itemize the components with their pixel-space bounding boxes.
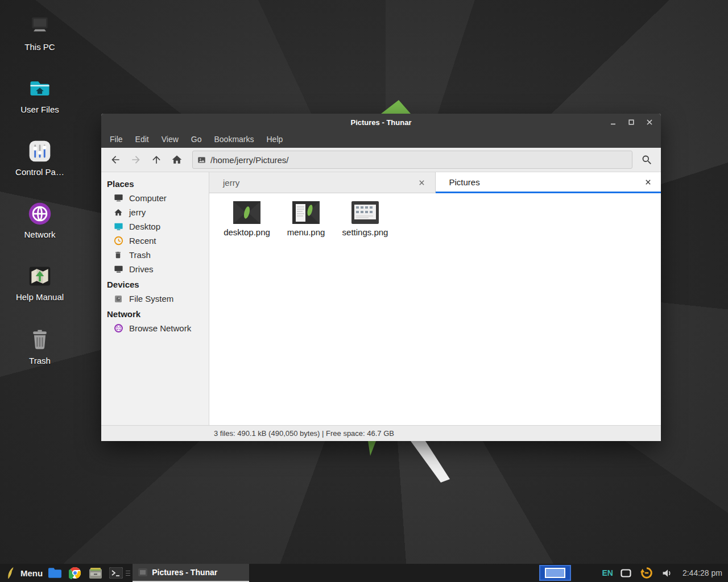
desktop-icon-label: Trash (29, 356, 51, 365)
desktop-icon-user-files[interactable]: User Files (6, 76, 74, 133)
terminal-icon[interactable] (109, 566, 123, 580)
status-text: 3 files: 490.1 kB (490,050 bytes) | Free… (214, 429, 394, 438)
menu-feather-icon[interactable] (3, 566, 18, 580)
sidebar-item-recent[interactable]: Recent (101, 234, 209, 248)
thunar-task-icon (138, 568, 147, 576)
menu-bookmarks[interactable]: Bookmarks (208, 132, 260, 146)
file-menu-png[interactable]: menu.png (279, 201, 333, 237)
menu-bar: File Edit View Go Bookmarks Help (101, 131, 661, 148)
path-text: /home/jerry/Pictures/ (210, 155, 289, 165)
sidebar-item-label: Trash (129, 250, 151, 260)
tab-label: jerry (223, 178, 417, 188)
menu-button[interactable]: Menu (20, 568, 43, 578)
desktop-icon-label: Network (24, 230, 55, 239)
tab-label: Pictures (449, 177, 643, 187)
archive-drawer-icon[interactable] (88, 566, 103, 580)
desktop-icon (114, 222, 123, 231)
sidebar-item-trash[interactable]: Trash (101, 248, 209, 262)
home-folder-icon (27, 76, 52, 101)
desktop-icon-help-manual[interactable]: Help Manual (6, 264, 74, 321)
maximize-button[interactable] (624, 115, 638, 129)
desktop: This PC User Files Control Pa… Network H… (0, 0, 728, 582)
tab-jerry[interactable]: jerry (209, 172, 436, 193)
screen-display-tray-icon[interactable] (619, 566, 634, 580)
taskbar: Menu Pictures - Thunar EN (0, 564, 728, 582)
home-icon (114, 207, 123, 217)
tab-bar: jerry Pictures (209, 172, 661, 193)
desktop-icon-this-pc[interactable]: This PC (6, 14, 74, 70)
menu-view[interactable]: View (155, 132, 185, 146)
menu-help[interactable]: Help (260, 132, 289, 146)
sidebar-header-devices: Devices (101, 276, 209, 292)
drives-icon (114, 264, 123, 274)
menu-go[interactable]: Go (185, 132, 208, 146)
minimize-button[interactable] (606, 115, 620, 129)
desktop-icon-label: User Files (20, 105, 59, 114)
back-button[interactable] (106, 151, 125, 169)
image-thumbnail (292, 201, 320, 224)
update-manager-icon[interactable] (639, 566, 654, 580)
tab-close-icon[interactable] (417, 177, 427, 188)
image-thumbnail (351, 201, 379, 224)
thunar-window: Pictures - Thunar File Edit View Go Book… (101, 114, 661, 441)
desktop-icon-label: This PC (24, 42, 55, 52)
sidebar-item-label: Computer (129, 193, 167, 203)
sidebar-item-file-system[interactable]: File System (101, 292, 209, 306)
desktop-icon-label: Help Manual (16, 292, 64, 302)
task-label: Pictures - Thunar (152, 568, 217, 577)
sidebar-item-label: Recent (129, 236, 156, 246)
file-settings-png[interactable]: settings.png (338, 201, 392, 237)
image-thumbnail (233, 201, 260, 224)
pictures-folder-icon (197, 156, 206, 164)
desktop-icon-label: Control Pa… (15, 167, 64, 177)
menu-file[interactable]: File (104, 132, 129, 146)
clock: 2:44:28 pm (682, 568, 722, 577)
desktop-icon-trash[interactable]: Trash (6, 327, 74, 384)
search-button[interactable] (637, 151, 656, 169)
close-button[interactable] (643, 115, 656, 129)
globe-icon (27, 201, 52, 226)
trash-icon (114, 250, 123, 260)
sidebar-item-desktop[interactable]: Desktop (101, 219, 209, 234)
laptop-icon (27, 14, 52, 39)
desktop-icon-network[interactable]: Network (6, 201, 74, 258)
forward-button[interactable] (126, 151, 146, 169)
volume-icon[interactable] (660, 566, 675, 580)
file-manager-launcher-icon[interactable] (47, 566, 62, 580)
sidebar-header-network: Network (101, 306, 209, 321)
computer-icon (114, 193, 123, 203)
up-button[interactable] (147, 151, 166, 169)
globe-icon (114, 323, 123, 333)
trash-icon (27, 327, 52, 352)
window-titlebar[interactable]: Pictures - Thunar (101, 114, 661, 131)
toolbar: /home/jerry/Pictures/ (101, 148, 661, 172)
tab-close-icon[interactable] (643, 177, 653, 187)
sidebar-item-jerry[interactable]: jerry (101, 205, 209, 219)
chrome-icon[interactable] (68, 566, 82, 580)
sidebar-item-computer[interactable]: Computer (101, 191, 209, 205)
file-view[interactable]: desktop.png menu.png settings.png (209, 193, 661, 425)
keyboard-layout-indicator[interactable]: EN (602, 568, 613, 577)
manual-map-icon (27, 264, 52, 289)
sidebar-item-label: Desktop (129, 222, 160, 231)
file-desktop-png[interactable]: desktop.png (220, 201, 274, 237)
tasklist-handle[interactable] (126, 567, 130, 579)
home-button[interactable] (167, 151, 187, 169)
desktop-icon-control-panel[interactable]: Control Pa… (6, 139, 74, 196)
file-name: desktop.png (224, 227, 270, 237)
window-title: Pictures - Thunar (101, 118, 661, 127)
workspace-switcher[interactable] (539, 565, 571, 581)
taskbar-task-pictures-thunar[interactable]: Pictures - Thunar (133, 564, 249, 582)
sidebar-item-drives[interactable]: Drives (101, 262, 209, 276)
sidebar-item-label: Browse Network (129, 323, 191, 333)
clock-icon (114, 236, 123, 246)
path-bar[interactable]: /home/jerry/Pictures/ (192, 151, 632, 169)
file-name: menu.png (287, 227, 325, 237)
sidebar-item-label: jerry (129, 207, 146, 217)
sidebar-item-label: Drives (129, 264, 154, 274)
status-bar: 3 files: 490.1 kB (490,050 bytes) | Free… (101, 425, 661, 441)
tab-pictures[interactable]: Pictures (436, 172, 661, 193)
menu-edit[interactable]: Edit (129, 132, 155, 146)
sidebar-item-browse-network[interactable]: Browse Network (101, 321, 209, 335)
control-panel-icon (27, 139, 52, 164)
